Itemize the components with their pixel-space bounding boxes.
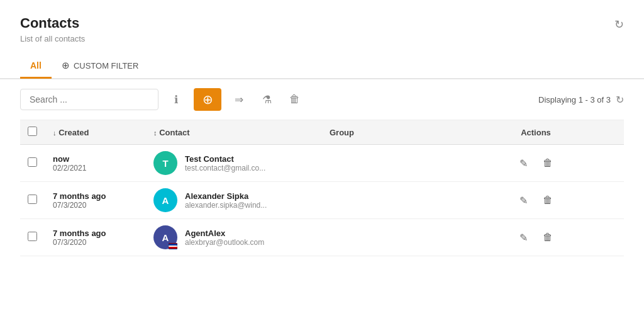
row3-created-cell: 7 months ago 07/3/2020: [45, 219, 146, 256]
table-header-row: ↓ Created ↕ Contact Group Actions: [20, 120, 624, 145]
tab-custom-filter[interactable]: ⊕ CUSTOM FILTER: [52, 54, 149, 79]
row3-checkbox-cell: [20, 219, 45, 256]
tab-all[interactable]: All: [20, 54, 52, 79]
flag-badge: [169, 243, 177, 249]
row1-created-relative: now: [53, 154, 138, 164]
row1-contact-email: test.contact@gmail.co...: [185, 164, 265, 172]
sort-updown-icon: ↕: [153, 129, 157, 137]
info-button[interactable]: ℹ: [166, 89, 186, 110]
row2-edit-button[interactable]: ✎: [514, 192, 533, 209]
table-row: 7 months ago 07/3/2020 A AgentAlex alexb…: [20, 219, 624, 256]
export-button[interactable]: ⇒: [229, 89, 249, 110]
page-wrapper: Contacts List of all contacts ↻ All ⊕ CU…: [0, 0, 644, 328]
add-contact-button[interactable]: ⊕: [194, 88, 221, 111]
row2-actions-cell: ✎ 🗑: [448, 182, 624, 219]
row3-edit-button[interactable]: ✎: [514, 229, 533, 246]
tabs-bar: All ⊕ CUSTOM FILTER: [0, 54, 644, 79]
row1-avatar: T: [153, 151, 177, 175]
plus-circle-icon: ⊕: [62, 60, 70, 71]
row3-delete-button[interactable]: 🗑: [538, 229, 558, 246]
row2-contact-email: alexander.sipka@wind...: [185, 201, 267, 210]
row2-checkbox[interactable]: [28, 195, 37, 204]
col-header-created[interactable]: ↓ Created: [45, 120, 146, 145]
row1-created-cell: now 02/2/2021: [45, 145, 146, 182]
page-title: Contacts: [20, 15, 85, 31]
row3-created-date: 07/3/2020: [53, 238, 138, 247]
row2-contact-cell: A Alexander Sipka alexander.sipka@wind..…: [146, 182, 322, 219]
search-input[interactable]: [20, 89, 158, 110]
row1-checkbox-cell: [20, 145, 45, 182]
row2-created-relative: 7 months ago: [53, 191, 138, 201]
row2-avatar: A: [153, 188, 177, 212]
col-header-checkbox: [20, 120, 45, 145]
row1-created-date: 02/2/2021: [53, 164, 138, 172]
row2-group-cell: [322, 182, 448, 219]
row3-contact-email: alexbryar@outlook.com: [185, 238, 264, 247]
row3-actions-cell: ✎ 🗑: [448, 219, 624, 256]
trash-icon: 🗑: [289, 93, 300, 106]
filter-icon: ⚗: [262, 93, 272, 106]
row1-actions-cell: ✎ 🗑: [448, 145, 624, 182]
info-icon: ℹ: [174, 93, 178, 106]
row3-group-cell: [322, 219, 448, 256]
row3-checkbox[interactable]: [28, 232, 37, 241]
table-refresh-button[interactable]: ↻: [616, 94, 624, 106]
row2-delete-button[interactable]: 🗑: [538, 192, 558, 208]
sort-down-icon: ↓: [53, 129, 57, 137]
toolbar: ℹ ⊕ ⇒ ⚗ 🗑 Displaying 1 - 3 of 3 ↻: [0, 79, 644, 120]
row1-contact-name: Test Contact: [185, 154, 265, 164]
col-header-group: Group: [322, 120, 448, 145]
row1-edit-button[interactable]: ✎: [514, 155, 533, 172]
row3-contact-text: AgentAlex alexbryar@outlook.com: [185, 229, 264, 247]
table-wrapper: ↓ Created ↕ Contact Group Actions: [0, 120, 644, 328]
contacts-table: ↓ Created ↕ Contact Group Actions: [20, 120, 624, 256]
row2-contact-text: Alexander Sipka alexander.sipka@wind...: [185, 191, 267, 210]
delete-button[interactable]: 🗑: [284, 89, 304, 110]
col-header-contact[interactable]: ↕ Contact: [146, 120, 322, 145]
row1-contact-cell: T Test Contact test.contact@gmail.co...: [146, 145, 322, 182]
table-row: 7 months ago 07/3/2020 A Alexander Sipka…: [20, 182, 624, 219]
add-icon: ⊕: [203, 92, 213, 107]
page-header: Contacts List of all contacts ↻: [0, 0, 644, 43]
displaying-text: Displaying 1 - 3 of 3: [538, 95, 611, 105]
filter-button[interactable]: ⚗: [257, 89, 277, 110]
row2-contact-name: Alexander Sipka: [185, 191, 267, 201]
header-refresh-button[interactable]: ↻: [614, 18, 624, 31]
row2-actions: ✎ 🗑: [455, 192, 616, 209]
header-left: Contacts List of all contacts: [20, 15, 85, 43]
row2-created-cell: 7 months ago 07/3/2020: [45, 182, 146, 219]
row1-group-cell: [322, 145, 448, 182]
row1-checkbox[interactable]: [28, 157, 37, 167]
row1-actions: ✎ 🗑: [455, 155, 616, 172]
select-all-checkbox[interactable]: [28, 127, 37, 136]
row1-contact-info: T Test Contact test.contact@gmail.co...: [153, 151, 314, 175]
row3-avatar: A: [153, 225, 177, 249]
table-row: now 02/2/2021 T Test Contact test.contac…: [20, 145, 624, 182]
row2-checkbox-cell: [20, 182, 45, 219]
row3-contact-cell: A AgentAlex alexbryar@outlook.com: [146, 219, 322, 256]
col-header-actions: Actions: [448, 120, 624, 145]
row3-contact-info: A AgentAlex alexbryar@outlook.com: [153, 225, 314, 249]
export-icon: ⇒: [235, 93, 243, 106]
row3-created-relative: 7 months ago: [53, 229, 138, 238]
page-subtitle: List of all contacts: [20, 34, 85, 43]
row3-actions: ✎ 🗑: [455, 229, 616, 246]
row3-contact-name: AgentAlex: [185, 229, 264, 238]
row1-delete-button[interactable]: 🗑: [538, 155, 558, 171]
row1-contact-text: Test Contact test.contact@gmail.co...: [185, 154, 265, 172]
row2-contact-info: A Alexander Sipka alexander.sipka@wind..…: [153, 188, 314, 212]
row2-created-date: 07/3/2020: [53, 201, 138, 210]
toolbar-right: Displaying 1 - 3 of 3 ↻: [538, 94, 624, 106]
